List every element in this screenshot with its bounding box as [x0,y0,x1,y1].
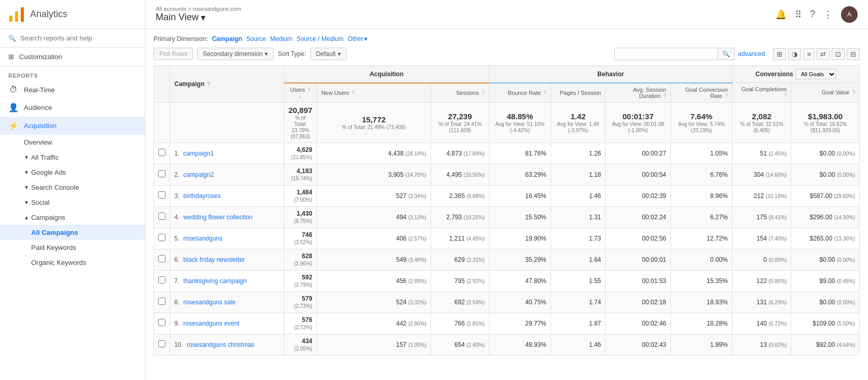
total-checkbox-cell [154,102,170,143]
plot-rows-button[interactable]: Plot Rows [154,48,193,60]
campaign-help-icon[interactable]: ? [207,81,210,87]
gc-help-icon[interactable]: ? [784,93,787,98]
total-gv-cell: $1,983.00 % of Total: 16.62% ($11,929.00… [791,102,860,143]
help-icon[interactable]: ? [810,9,815,20]
new-users-help-icon[interactable]: ? [352,90,355,96]
bell-icon[interactable]: 🔔 [775,9,787,20]
topbar-left: All accounts > rosesandguns.com Main Vie… [156,6,241,23]
avatar[interactable]: A [841,6,858,23]
row-checkbox[interactable] [158,255,166,262]
gv-help-icon[interactable]: ? [852,90,855,95]
campaign-link[interactable]: campaign2 [183,171,214,178]
row-gc-pct: (5.86%) [768,278,787,284]
search-box-button[interactable]: 🔍 [718,48,735,60]
search-box-input[interactable] [614,48,718,60]
row-checkbox[interactable] [158,149,166,156]
table-view-button[interactable]: ⊟ [847,48,860,60]
sidebar-item-audience[interactable]: 👤 Audience [0,98,145,117]
goal-completions-col-header: Goal Completions ? [732,83,791,103]
row-checkbox[interactable] [158,234,166,241]
primary-dim-source-medium[interactable]: Source / Medium [296,35,343,43]
primary-dim-campaign[interactable]: Campaign [212,35,242,43]
sort-default-button[interactable]: Default ▾ [310,48,347,60]
gcr-help-icon[interactable]: ? [725,93,728,99]
sidebar-item-realtime[interactable]: ⏱ Real-Time [0,81,145,98]
plot-rows-label: Plot Rows [159,50,187,58]
row-avg-session-cell: 00:00:54 [605,164,671,185]
brand-label: Analytics [30,9,67,20]
campaign-link[interactable]: rosesandguns [183,235,222,242]
row-checkbox[interactable] [158,340,166,347]
campaign-link[interactable]: black friday newsletter [183,256,245,263]
acquisition-group-header: Acquisition [284,66,489,83]
sidebar-item-all-campaigns[interactable]: All Campaigns [0,225,145,240]
sidebar-item-all-traffic[interactable]: ▼ All Traffic [0,150,145,165]
grid-icon[interactable]: ⠿ [795,9,802,20]
campaign-link[interactable]: thanksgiving campaign [183,277,246,285]
compare-view-button[interactable]: ⇄ [817,48,830,60]
pie-view-button[interactable]: ◑ [788,48,801,60]
bar-view-button[interactable]: ≡ [803,48,815,60]
row-checkbox-cell [154,185,170,206]
row-users-cell: 628 (2.96%) [284,249,317,270]
svg-rect-0 [9,16,12,22]
campaign-link[interactable]: campaign1 [183,150,214,157]
sidebar-item-search-console[interactable]: ▼ Search Console [0,180,145,195]
total-new-users-main: 15,772 [321,115,426,124]
sidebar-item-campaigns[interactable]: ▲ Campaigns [0,210,145,225]
campaign-link[interactable]: rosesandguns sale [183,299,236,306]
row-gv-cell: $296.00 (14.93%) [791,206,860,228]
row-pages-cell: 1.73 [551,228,605,249]
row-checkbox[interactable] [158,319,166,326]
customization-icon: ⊞ [8,53,14,61]
all-goals-select[interactable]: All Goals [795,69,836,79]
row-checkbox[interactable] [158,276,166,284]
sidebar-item-overview[interactable]: Overview [0,135,145,150]
primary-dim-source[interactable]: Source [246,35,266,43]
page-title[interactable]: Main View ▾ [156,12,241,23]
sidebar-item-google-ads[interactable]: ▼ Google Ads [0,165,145,180]
row-users-pct: (7.00%) [294,197,312,203]
row-campaign-cell: 4. wedding flower collection [170,206,284,228]
secondary-dimension-button[interactable]: Secondary dimension ▾ [197,48,273,60]
goal-conv-rate-col-header: Goal Conversion Rate ? [671,83,733,103]
row-checkbox[interactable] [158,213,166,220]
customization-item[interactable]: ⊞ Customization [0,48,145,66]
users-sort-icon[interactable]: ↓ [299,93,301,99]
other-dropdown-icon: ▾ [364,35,367,43]
campaign-link[interactable]: birthdayroses [183,192,221,200]
row-num: 4. [174,214,180,221]
row-checkbox[interactable] [158,298,166,305]
campaign-link[interactable]: wedding flower collection [183,214,252,221]
row-checkbox[interactable] [158,170,166,177]
sessions-help-icon[interactable]: ? [482,90,485,96]
sort-type-label: Sort Type: [278,50,306,58]
total-gc-main: 2,082 [737,112,787,121]
row-checkbox[interactable] [158,191,166,199]
users-help-icon[interactable]: ? [308,87,311,93]
row-pages-cell: 1.87 [551,313,605,334]
row-users-pct: (2.79%) [294,282,312,288]
sidebar-item-social[interactable]: ▼ Social [0,195,145,210]
grid-view-button[interactable]: ⊞ [773,48,786,60]
sidebar-item-organic-keywords[interactable]: Organic Keywords [0,255,145,270]
primary-dim-medium[interactable]: Medium [270,35,293,43]
row-users-val: 746 [302,231,312,238]
pivot-view-button[interactable]: ⊡ [832,48,845,60]
total-users-cell: 20,897 % of Total: 23.78% (87,863) [284,102,317,143]
row-gv-pct: (13.36%) [834,236,855,242]
row-sessions-cell: 4,495 (16.50%) [431,164,489,185]
primary-dim-other[interactable]: Other ▾ [348,35,367,43]
advanced-link[interactable]: advanced [738,50,765,58]
avg-session-help-icon[interactable]: ? [663,93,666,99]
sidebar-item-acquisition[interactable]: ⚡ Acquisition [0,117,145,135]
campaign-link[interactable]: rosesandguns christmas [187,341,254,348]
sidebar-item-paid-keywords[interactable]: Paid Keywords [0,240,145,255]
analytics-logo [8,6,25,23]
search-input[interactable] [20,34,136,42]
bounce-help-icon[interactable]: ? [543,90,546,96]
sidebar-header: Analytics [0,0,145,29]
topbar-icons: 🔔 ⠿ ? ⋮ A [775,6,858,23]
more-icon[interactable]: ⋮ [823,9,833,20]
campaign-link[interactable]: rosesandguns event [183,320,239,327]
